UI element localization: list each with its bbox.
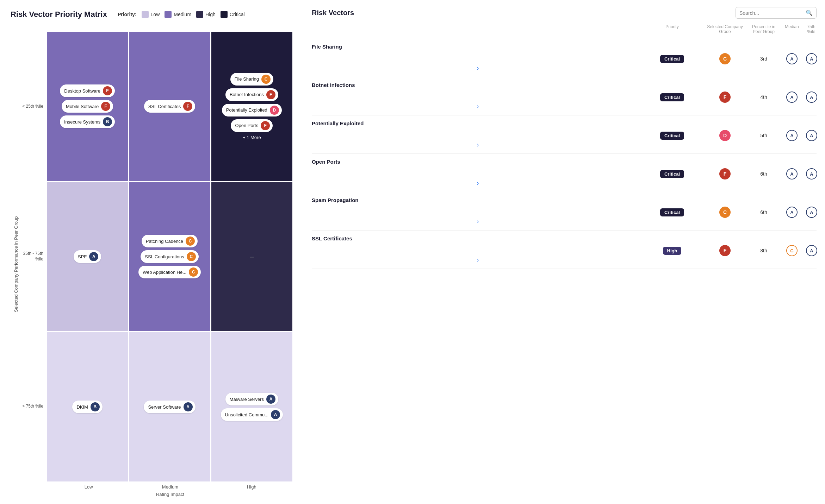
legend-item-critical: Critical	[221, 11, 245, 18]
chip-open-ports[interactable]: Open Ports F	[231, 119, 273, 132]
chip-label: SSL Certificates	[148, 104, 181, 109]
grade-badge-F: F	[266, 90, 275, 99]
row-data-open-ports: Critical F 6th A A ›	[312, 168, 817, 187]
chip-web-application[interactable]: Web Application He... C	[138, 266, 201, 278]
search-input[interactable]	[739, 10, 803, 16]
grade-circle-C: C	[719, 53, 731, 64]
median-grade-A: A	[786, 207, 798, 218]
legend-swatch-medium	[165, 11, 172, 18]
grade-badge-F: F	[183, 102, 192, 111]
grade-badge-C: C	[187, 252, 196, 261]
grade-badge-C: C	[189, 267, 198, 277]
priority-badge-high: High	[663, 247, 682, 255]
p75-cell: A	[806, 92, 817, 103]
chip-malware-servers[interactable]: Malware Servers A	[225, 393, 279, 405]
row-chevron[interactable]: ›	[312, 179, 644, 187]
more-label[interactable]: + 1 More	[243, 135, 261, 140]
risk-row-potentially-exploited: Potentially Exploited Critical D 5th A A…	[312, 115, 817, 154]
median-cell: A	[778, 168, 806, 179]
chip-insecure-systems[interactable]: Insecure Systems B	[60, 115, 115, 128]
chip-label: Botnet Infections	[230, 92, 264, 97]
row-name-ssl-certs: SSL Certificates	[312, 235, 817, 241]
chip-label: Server Software	[148, 404, 181, 410]
risk-row-spam: Spam Propagation Critical C 6th A A ›	[312, 192, 817, 231]
x-axis-label: Rating Impact	[19, 490, 292, 497]
chip-patching-cadence[interactable]: Patching Cadence C	[142, 235, 198, 247]
grade-badge-C: C	[186, 237, 195, 246]
median-grade-A: A	[786, 53, 798, 64]
table-headers: Priority Selected CompanyGrade Percentil…	[312, 24, 817, 37]
chip-label: Patching Cadence	[146, 239, 183, 244]
chip-ssl-certificates[interactable]: SSL Certificates F	[144, 100, 196, 113]
risk-row-open-ports: Open Ports Critical F 6th A A ›	[312, 154, 817, 192]
y-axis-label: Selected Company Performance in Peer Gro…	[11, 32, 19, 497]
cell-2-1: Server Software A	[129, 332, 210, 481]
grade-circle-C: C	[719, 207, 731, 218]
median-cell: A	[778, 53, 806, 64]
chip-potentially-exploited[interactable]: Potentially Exploited D	[222, 104, 282, 116]
grade-cell: F	[700, 168, 750, 179]
p75-grade-A: A	[806, 207, 817, 218]
p75-grade-A: A	[806, 130, 817, 141]
chip-label: Potentially Exploited	[226, 107, 267, 113]
legend-text-high: High	[205, 12, 216, 17]
percentile-cell: 4th	[750, 94, 778, 100]
cell-0-2: File Sharing C Botnet Infections F Poten…	[211, 32, 292, 181]
p75-grade-A: A	[806, 92, 817, 103]
chip-unsolicited[interactable]: Unsolicited Commu... A	[221, 408, 283, 421]
cell-0-1: SSL Certificates F	[129, 32, 210, 181]
grade-cell: D	[700, 130, 750, 141]
chip-server-software[interactable]: Server Software A	[144, 401, 195, 413]
legend-text-critical: Critical	[230, 12, 245, 17]
chip-label: SSL Configurations	[145, 254, 184, 259]
row-chevron[interactable]: ›	[312, 64, 644, 72]
chip-label: Insecure Systems	[64, 119, 100, 125]
matrix-grid-wrapper: < 25th %ile 25th - 75th %ile > 75th %ile…	[19, 32, 292, 481]
chip-botnet-infections[interactable]: Botnet Infections F	[225, 88, 278, 101]
grade-cell: C	[700, 207, 750, 218]
row-chevron[interactable]: ›	[312, 103, 644, 110]
cell-1-0: SPF A	[47, 182, 128, 331]
search-icon: 🔍	[806, 10, 813, 16]
median-grade-A: A	[786, 92, 798, 103]
chip-spf[interactable]: SPF A	[74, 250, 101, 263]
row-labels: < 25th %ile 25th - 75th %ile > 75th %ile	[19, 32, 47, 481]
legend: Priority: Low Medium High Critical	[118, 11, 245, 18]
priority-cell: Critical	[644, 93, 700, 101]
row-data-ssl-certs: High F 8th C A ›	[312, 245, 817, 264]
chip-dkim[interactable]: DKIM B	[72, 401, 103, 413]
p75-cell: A	[806, 245, 817, 256]
row-label-1: 25th - 75th %ile	[19, 182, 47, 332]
percentile-cell: 6th	[750, 171, 778, 177]
cell-2-2: Malware Servers A Unsolicited Commu... A	[211, 332, 292, 481]
grade-badge-A: A	[184, 402, 193, 411]
risk-row-file-sharing: File Sharing Critical C 3rd A A ›	[312, 39, 817, 77]
th-percentile: Percentile inPeer Group	[750, 24, 778, 34]
chip-label: DKIM	[76, 404, 88, 410]
row-name-open-ports: Open Ports	[312, 159, 817, 165]
cell-0-0: Desktop Software F Mobile Software F Ins…	[47, 32, 128, 181]
row-chevron[interactable]: ›	[312, 256, 644, 264]
legend-label: Priority:	[118, 12, 137, 17]
row-chevron[interactable]: ›	[312, 218, 644, 225]
row-chevron[interactable]: ›	[312, 141, 644, 149]
chip-mobile-software[interactable]: Mobile Software F	[62, 100, 113, 113]
chip-label: Mobile Software	[66, 104, 99, 109]
priority-cell: Critical	[644, 132, 700, 140]
p75-grade-A: A	[806, 245, 817, 256]
grade-circle-D: D	[719, 130, 731, 141]
chip-desktop-software[interactable]: Desktop Software F	[60, 84, 115, 97]
grade-badge-F: F	[101, 102, 110, 111]
chip-label: SPF	[78, 254, 87, 259]
th-p75: 75th %ile	[806, 24, 817, 34]
chip-ssl-configurations[interactable]: SSL Configurations C	[141, 250, 199, 263]
grade-cell: F	[700, 245, 750, 256]
matrix-right: < 25th %ile 25th - 75th %ile > 75th %ile…	[19, 32, 292, 497]
priority-badge-critical: Critical	[660, 93, 684, 101]
right-panel: Risk Vectors 🔍 Priority Selected Company…	[303, 0, 825, 504]
chip-file-sharing[interactable]: File Sharing C	[230, 73, 273, 86]
page-title: Risk Vector Priority Matrix	[11, 10, 107, 19]
col-label-high: High	[211, 481, 292, 490]
th-priority: Priority	[644, 24, 700, 34]
grade-badge-A: A	[89, 252, 98, 261]
